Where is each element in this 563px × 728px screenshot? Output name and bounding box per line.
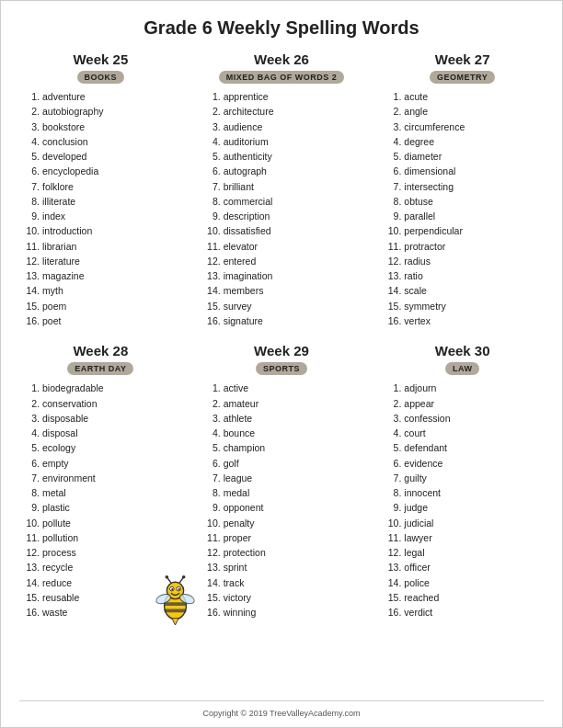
word-text: champion [224, 440, 266, 455]
word-text: victory [224, 590, 251, 605]
list-number: 14. [385, 575, 401, 590]
list-number: 13. [23, 268, 40, 283]
list-item: 12.process [23, 545, 182, 560]
list-number: 15. [23, 590, 40, 605]
main-title: Grade 6 Weekly Spelling Words [144, 17, 419, 39]
word-text: recycle [42, 560, 73, 574]
word-text: librarian [42, 239, 76, 254]
word-text: degree [404, 134, 434, 149]
list-number: 9. [204, 500, 221, 515]
list-item: 1.adventure [23, 89, 182, 104]
word-text: pollute [42, 516, 71, 530]
weeks-container: Week 25BOOKS1.adventure2.autobiography3.… [19, 51, 544, 635]
list-item: 5.developed [23, 149, 182, 164]
list-item: 7.intersecting [385, 179, 544, 194]
word-text: architecture [224, 104, 274, 119]
week-block-week29: Week 29SPORTS1.active2.amateur3.athlete4… [201, 343, 363, 620]
word-text: dissatisfied [224, 223, 271, 238]
list-number: 14. [23, 283, 40, 298]
word-text: ecology [42, 440, 75, 455]
list-item: 14.members [204, 283, 363, 298]
list-number: 13. [204, 268, 221, 283]
word-text: folklore [42, 179, 74, 194]
word-text: verdict [404, 605, 432, 620]
word-text: introduction [42, 223, 92, 238]
list-number: 15. [23, 299, 40, 313]
word-text: intersecting [404, 179, 454, 194]
word-text: scale [404, 283, 427, 298]
word-text: proper [224, 530, 251, 545]
list-number: 2. [204, 396, 221, 411]
list-item: 12.entered [204, 254, 363, 268]
week-title-week29: Week 29 [201, 343, 363, 358]
week-title-week27: Week 27 [381, 51, 544, 67]
word-text: radius [404, 254, 431, 268]
svg-point-7 [182, 574, 186, 578]
list-number: 12. [23, 545, 40, 560]
list-item: 13.magazine [23, 268, 182, 283]
list-item: 14.police [385, 575, 544, 590]
list-number: 7. [204, 179, 221, 194]
list-number: 3. [204, 411, 221, 426]
word-text: illiterate [42, 194, 75, 209]
list-number: 5. [204, 149, 221, 164]
list-item: 1.acute [385, 89, 544, 104]
svg-rect-1 [164, 602, 186, 606]
word-text: adjourn [404, 381, 436, 395]
list-number: 3. [204, 119, 221, 134]
list-item: 9.index [23, 209, 182, 223]
list-number: 2. [23, 104, 40, 119]
word-text: disposable [42, 411, 88, 426]
list-number: 2. [385, 104, 401, 119]
list-number: 8. [385, 485, 401, 500]
word-text: reduce [42, 575, 72, 590]
word-text: track [224, 575, 245, 590]
list-number: 6. [204, 164, 221, 178]
list-item: 2.autobiography [23, 104, 182, 119]
list-item: 5.champion [204, 440, 363, 455]
list-item: 11.proper [204, 530, 363, 545]
list-number: 14. [204, 575, 221, 590]
word-text: reusable [42, 590, 79, 605]
list-number: 8. [23, 485, 40, 500]
word-text: obtuse [404, 194, 433, 209]
list-number: 5. [385, 440, 401, 455]
word-text: winning [224, 605, 257, 620]
word-text: golf [224, 456, 239, 471]
word-text: protractor [404, 239, 445, 254]
page: Grade 6 Weekly Spelling Words Week 25BOO… [0, 0, 563, 728]
list-item: 6.empty [23, 456, 182, 471]
word-text: penalty [224, 516, 255, 530]
list-number: 3. [385, 119, 401, 134]
list-number: 11. [204, 239, 221, 254]
list-number: 2. [204, 104, 221, 119]
list-item: 9.judge [385, 500, 544, 515]
word-text: league [224, 471, 253, 485]
list-number: 9. [204, 209, 221, 223]
list-item: 10.judicial [385, 516, 544, 530]
category-badge-week30: LAW [445, 362, 480, 375]
word-text: description [224, 209, 270, 223]
list-item: 4.court [385, 426, 544, 440]
list-item: 9.opponent [204, 500, 363, 515]
list-item: 11.lawyer [385, 530, 544, 545]
list-item: 2.architecture [204, 104, 363, 119]
list-number: 10. [385, 516, 401, 530]
category-badge-week29: SPORTS [256, 362, 307, 375]
list-item: 6.encyclopedia [23, 164, 182, 178]
list-item: 12.literature [23, 254, 182, 268]
word-text: auditorium [224, 134, 269, 149]
word-text: judicial [404, 516, 433, 530]
word-text: pollution [42, 530, 78, 545]
list-number: 4. [23, 134, 40, 149]
list-number: 7. [204, 471, 221, 485]
week-title-week30: Week 30 [381, 343, 544, 358]
list-number: 9. [23, 209, 40, 223]
list-item: 16.verdict [385, 605, 544, 620]
word-text: empty [42, 456, 69, 471]
list-number: 8. [385, 194, 401, 209]
list-number: 12. [23, 254, 40, 268]
list-number: 11. [23, 530, 40, 545]
week-block-week30: Week 30LAW1.adjourn2.appear3.confession4… [381, 343, 544, 620]
word-text: parallel [404, 209, 435, 223]
